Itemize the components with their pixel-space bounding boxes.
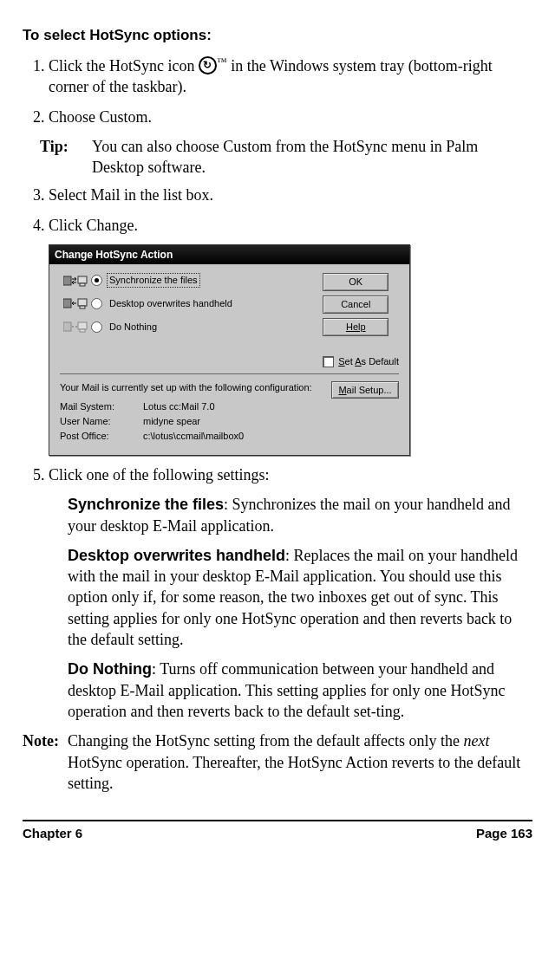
config-user-name: User Name: midyne spear [60,415,331,428]
svg-point-10 [75,326,77,328]
radio-nothing-label: Do Nothing [107,320,160,334]
do-nothing-icon [60,321,91,333]
steps-list-3: Click one of the following settings: [23,464,532,485]
step-1-text-a: Click the HotSync icon [49,57,199,75]
radio-nothing[interactable]: Do Nothing [91,320,314,334]
dialog-title-bar: Change HotSync Action [49,245,409,264]
change-hotsync-action-dialog: Change HotSync Action Synchronize the fi… [49,244,410,456]
radio-row-overwrite: Desktop overwrites handheld [60,296,314,311]
config-value: midyne spear [143,415,200,428]
config-key: Mail System: [60,400,143,413]
section-heading: To select HotSync options: [23,26,532,46]
ok-button[interactable]: OK [323,273,388,291]
desktop-overwrite-icon [60,297,91,309]
note-content: Changing the HotSync setting from the de… [68,730,532,794]
radio-sync-label: Synchronize the files [107,273,200,288]
mail-setup-button[interactable]: Mail Setup... [331,381,399,399]
setting-sync-name: Synchronize the files [68,496,224,513]
config-key: Post Office: [60,430,143,443]
note-text-b: HotSync operation. Thereafter, the HotSy… [68,754,520,792]
radio-button-icon [91,321,102,333]
radio-sync[interactable]: Synchronize the files [91,273,314,288]
note-block: Note: Changing the HotSync setting from … [23,730,532,794]
config-intro: Your Mail is currently set up with the f… [60,381,331,394]
note-emphasis: next [464,732,490,750]
dialog-divider [60,373,399,374]
step-2: Choose Custom. [49,107,532,127]
step-3: Select Mail in the list box. [49,185,532,205]
svg-rect-8 [80,329,85,332]
page-footer: Chapter 6 Page 163 [23,825,532,842]
radio-button-icon [91,275,102,286]
note-text-a: Changing the HotSync setting from the de… [68,732,464,750]
svg-rect-1 [78,276,87,283]
set-as-default-label: Set As Default [338,355,399,368]
svg-rect-3 [63,299,71,308]
hotsync-icon: ↻ [199,56,217,75]
svg-point-9 [72,326,74,328]
setting-nothing: Do Nothing: Turns off communication betw… [68,659,529,722]
setting-sync: Synchronize the files: Synchronizes the … [68,494,529,536]
steps-list: Click the HotSync icon ↻™ in the Windows… [23,55,532,127]
step-5: Click one of the following settings: [49,464,532,485]
step-4: Click Change. [49,215,532,236]
config-post-office: Post Office: c:\lotus\ccmail\mailbox0 [60,430,331,443]
svg-rect-7 [78,322,87,329]
step-1: Click the HotSync icon ↻™ in the Windows… [49,55,532,98]
svg-rect-4 [78,299,87,306]
note-label: Note: [23,730,68,794]
setting-overwrite-name: Desktop overwrites handheld [68,547,285,564]
tip-content: You can also choose Custom from the HotS… [92,136,532,178]
radio-overwrite[interactable]: Desktop overwrites handheld [91,296,314,311]
set-as-default-checkbox[interactable]: Set As Default [323,355,399,368]
radio-button-icon [91,298,102,309]
config-mail-system: Mail System: Lotus cc:Mail 7.0 [60,400,331,413]
radio-row-nothing: Do Nothing [60,320,314,334]
svg-rect-2 [80,283,85,286]
tip-block: Tip: You can also choose Custom from the… [23,136,532,178]
steps-list-2: Select Mail in the list box. Click Chang… [23,185,532,236]
sync-both-icon [60,275,91,287]
setting-nothing-name: Do Nothing [68,660,152,678]
setting-overwrite: Desktop overwrites handheld: Replaces th… [68,545,529,650]
checkbox-icon [323,356,334,367]
config-key: User Name: [60,415,143,428]
footer-page: Page 163 [476,825,532,842]
footer-divider [23,820,532,821]
radio-row-sync: Synchronize the files [60,273,314,288]
cancel-button[interactable]: Cancel [323,295,388,314]
config-value: c:\lotus\ccmail\mailbox0 [143,430,244,443]
config-value: Lotus cc:Mail 7.0 [143,400,215,413]
footer-chapter: Chapter 6 [23,825,82,842]
tip-label: Tip: [23,136,92,178]
svg-rect-0 [63,276,71,285]
radio-overwrite-label: Desktop overwrites handheld [107,296,235,311]
trademark-symbol: ™ [217,55,227,68]
svg-rect-5 [80,306,85,308]
dialog-right-col: OK Cancel Help Set As Default [323,273,399,367]
svg-rect-6 [63,322,71,331]
help-button[interactable]: Help [323,318,388,336]
